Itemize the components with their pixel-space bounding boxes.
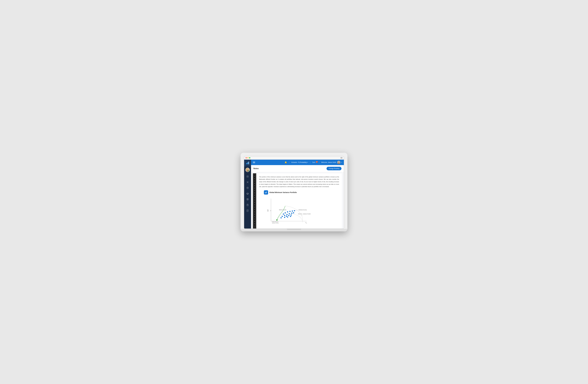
svg-point-42 xyxy=(284,217,285,218)
user-menu-chevron[interactable]: ▾ xyxy=(341,162,342,163)
main-area: 🔔 | Actuarial - P (Probability) ▾ | Cart… xyxy=(251,160,344,228)
notifications-bell[interactable]: 🔔 xyxy=(285,161,287,163)
laptop-base xyxy=(241,229,347,231)
portfolio-chart: E(R p ) σ p xyxy=(261,196,311,226)
notes-paragraph: The portion of the minimum-variance curv… xyxy=(259,176,339,188)
svg-point-30 xyxy=(292,210,293,212)
svg-point-38 xyxy=(286,216,287,217)
spiral-ring xyxy=(253,205,256,207)
svg-point-37 xyxy=(282,216,283,217)
svg-text:σ: σ xyxy=(305,222,306,223)
avatar[interactable] xyxy=(246,168,250,172)
svg-point-3 xyxy=(247,169,248,170)
svg-text:): ) xyxy=(271,210,271,211)
window-controls xyxy=(246,157,250,158)
svg-point-43 xyxy=(287,216,288,218)
svg-point-40 xyxy=(291,214,292,216)
svg-rect-15 xyxy=(265,192,265,193)
notebook-content: The portion of the minimum-variance curv… xyxy=(256,173,342,228)
svg-point-36 xyxy=(293,212,294,213)
svg-point-29 xyxy=(289,211,291,212)
topnav: 🔔 | Actuarial - P (Probability) ▾ | Cart… xyxy=(251,160,344,165)
svg-point-32 xyxy=(284,215,285,216)
svg-point-27 xyxy=(285,212,286,213)
chart-title: Global Minimum Variance Portfolio xyxy=(269,191,297,193)
close-button[interactable] xyxy=(246,157,247,158)
divider-1: | xyxy=(289,161,289,163)
spiral-ring xyxy=(253,212,256,214)
svg-point-34 xyxy=(289,213,290,214)
svg-point-26 xyxy=(283,213,284,215)
app-logo[interactable] xyxy=(244,160,251,166)
svg-rect-1 xyxy=(247,162,248,164)
svg-text:p: p xyxy=(270,210,271,211)
menu-icon[interactable] xyxy=(340,157,342,158)
svg-rect-0 xyxy=(246,163,247,164)
svg-point-6 xyxy=(247,181,248,182)
spiral-ring xyxy=(253,177,256,178)
chart-title-row: Global Minimum Variance Portfolio xyxy=(259,190,339,195)
title-bar xyxy=(244,156,344,160)
maximize-button[interactable] xyxy=(249,157,250,158)
svg-text:E(R: E(R xyxy=(267,209,269,211)
chart-section: Global Minimum Variance Portfolio xyxy=(259,190,339,226)
sidebar-item-help[interactable] xyxy=(245,185,250,190)
svg-text:Variance Porfolio: Variance Porfolio xyxy=(272,223,279,224)
svg-text:Efficient Frontier: Efficient Frontier xyxy=(279,209,286,210)
laptop-screen: 🔔 | Actuarial - P (Probability) ▾ | Cart… xyxy=(244,156,344,229)
sidebar-item-study[interactable] xyxy=(245,180,250,184)
sidebar xyxy=(244,160,251,228)
sidebar-item-clipboard[interactable] xyxy=(245,203,250,207)
svg-point-28 xyxy=(287,211,288,212)
notes-title: Notes xyxy=(253,167,259,170)
spiral-ring xyxy=(253,184,256,185)
spiral-ring xyxy=(253,215,256,216)
spiral-ring xyxy=(253,179,256,181)
spiral-ring xyxy=(253,196,256,197)
user-welcome: Welcome, James Smith ▾ xyxy=(321,161,342,164)
spiral-ring xyxy=(253,217,256,219)
spiral-ring xyxy=(253,198,256,200)
svg-point-14 xyxy=(338,163,340,164)
spiral-ring xyxy=(253,188,256,190)
svg-point-35 xyxy=(291,213,292,214)
spiral-ring xyxy=(253,210,256,212)
avatar-image xyxy=(246,168,250,172)
cart-badge: 2 xyxy=(316,161,318,163)
svg-point-4 xyxy=(246,170,249,172)
sidebar-item-learn[interactable] xyxy=(245,191,250,196)
spiral-ring xyxy=(253,207,256,209)
notes-page: The portion of the minimum-variance curv… xyxy=(251,172,344,228)
spiral-ring xyxy=(253,200,256,202)
minimize-button[interactable] xyxy=(247,157,249,158)
sidebar-item-book[interactable] xyxy=(245,197,250,202)
sidebar-item-reading[interactable] xyxy=(245,174,250,179)
sidebar-item-studybook[interactable] xyxy=(245,208,250,213)
change-reading-button[interactable]: Change Reading xyxy=(327,167,341,170)
divider-3: | xyxy=(319,161,319,163)
notebook: The portion of the minimum-variance curv… xyxy=(253,173,342,228)
spiral-ring xyxy=(253,224,256,226)
spiral-ring xyxy=(253,191,256,193)
svg-text:p: p xyxy=(306,223,307,224)
notebook-spiral xyxy=(253,173,256,228)
svg-rect-2 xyxy=(248,162,249,164)
laptop-frame: 🔔 | Actuarial - P (Probability) ▾ | Cart… xyxy=(241,153,347,231)
svg-rect-9 xyxy=(247,204,248,206)
spiral-ring xyxy=(253,219,256,221)
user-avatar[interactable] xyxy=(337,161,340,164)
spiral-ring xyxy=(253,193,256,195)
course-selector[interactable]: Actuarial - P (Probability) ▾ xyxy=(291,161,308,163)
spiral-ring xyxy=(253,222,256,224)
spiral-ring xyxy=(253,186,256,188)
svg-point-44 xyxy=(290,216,291,217)
svg-text:Minimum - Variance Frontier: Minimum - Variance Frontier xyxy=(298,213,311,215)
spiral-ring xyxy=(253,181,256,183)
chevron-down-icon: ▾ xyxy=(307,162,308,163)
divider-2: | xyxy=(310,161,310,163)
cart-button[interactable]: Cart 🛒 2 xyxy=(312,161,317,163)
hamburger-menu[interactable] xyxy=(253,162,255,163)
svg-text:Global Minimum: Global Minimum xyxy=(272,221,278,222)
chart-wrapper: E(R p ) σ p xyxy=(259,196,339,226)
app-container: 🔔 | Actuarial - P (Probability) ▾ | Cart… xyxy=(244,160,344,228)
